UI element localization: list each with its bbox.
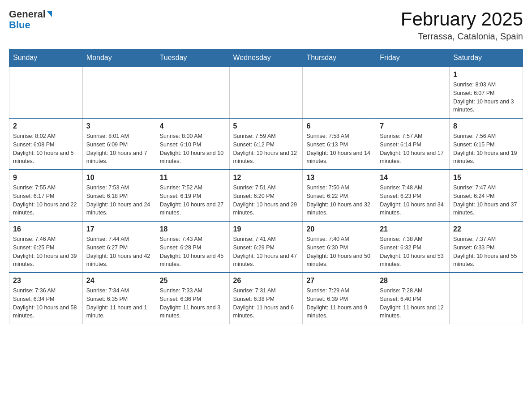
- calendar-cell: 13Sunrise: 7:50 AM Sunset: 6:22 PM Dayli…: [303, 170, 376, 221]
- day-number: 2: [13, 122, 79, 130]
- weekday-header-friday: Friday: [376, 49, 450, 67]
- page-header: General Blue February 2025 Terrassa, Cat…: [9, 9, 523, 42]
- day-info: Sunrise: 7:51 AM Sunset: 6:20 PM Dayligh…: [233, 184, 299, 217]
- day-info: Sunrise: 7:31 AM Sunset: 6:38 PM Dayligh…: [233, 287, 299, 320]
- calendar-cell: [303, 67, 376, 118]
- day-info: Sunrise: 7:29 AM Sunset: 6:39 PM Dayligh…: [306, 287, 372, 320]
- day-number: 5: [233, 122, 299, 130]
- day-info: Sunrise: 7:55 AM Sunset: 6:17 PM Dayligh…: [13, 184, 79, 217]
- day-number: 19: [233, 225, 299, 233]
- calendar-cell: 9Sunrise: 7:55 AM Sunset: 6:17 PM Daylig…: [9, 170, 83, 221]
- calendar-cell: 28Sunrise: 7:28 AM Sunset: 6:40 PM Dayli…: [376, 273, 450, 324]
- calendar-cell: [229, 67, 303, 118]
- day-number: 23: [13, 277, 79, 285]
- day-number: 28: [380, 277, 446, 285]
- day-number: 9: [13, 174, 79, 182]
- logo-blue-text: Blue: [9, 19, 30, 30]
- day-number: 14: [380, 174, 446, 182]
- calendar-cell: 20Sunrise: 7:40 AM Sunset: 6:30 PM Dayli…: [303, 221, 376, 273]
- calendar-cell: 16Sunrise: 7:46 AM Sunset: 6:25 PM Dayli…: [9, 221, 83, 273]
- logo: General Blue: [9, 9, 52, 30]
- logo-arrow-icon: [47, 11, 52, 17]
- day-info: Sunrise: 7:34 AM Sunset: 6:35 PM Dayligh…: [86, 287, 152, 320]
- day-number: 21: [380, 225, 446, 233]
- day-number: 25: [160, 277, 226, 285]
- calendar-cell: 1Sunrise: 8:03 AM Sunset: 6:07 PM Daylig…: [450, 67, 523, 118]
- day-info: Sunrise: 8:02 AM Sunset: 6:08 PM Dayligh…: [13, 132, 79, 166]
- title-block: February 2025 Terrassa, Catalonia, Spain: [401, 9, 523, 42]
- day-number: 24: [86, 277, 152, 285]
- calendar-cell: 27Sunrise: 7:29 AM Sunset: 6:39 PM Dayli…: [303, 273, 376, 324]
- day-info: Sunrise: 7:59 AM Sunset: 6:12 PM Dayligh…: [233, 132, 299, 166]
- weekday-header-row: SundayMondayTuesdayWednesdayThursdayFrid…: [9, 49, 523, 67]
- day-info: Sunrise: 8:03 AM Sunset: 6:07 PM Dayligh…: [453, 81, 519, 114]
- day-number: 7: [380, 122, 446, 130]
- day-number: 13: [306, 174, 372, 182]
- weekday-header-monday: Monday: [82, 49, 156, 67]
- weekday-header-thursday: Thursday: [303, 49, 376, 67]
- day-number: 6: [306, 122, 372, 130]
- day-number: 20: [306, 225, 372, 233]
- day-info: Sunrise: 7:50 AM Sunset: 6:22 PM Dayligh…: [306, 184, 372, 217]
- day-info: Sunrise: 7:40 AM Sunset: 6:30 PM Dayligh…: [306, 235, 372, 269]
- week-row-5: 23Sunrise: 7:36 AM Sunset: 6:34 PM Dayli…: [9, 273, 523, 324]
- calendar-table: SundayMondayTuesdayWednesdayThursdayFrid…: [9, 49, 523, 324]
- calendar-cell: 23Sunrise: 7:36 AM Sunset: 6:34 PM Dayli…: [9, 273, 83, 324]
- calendar-cell: [156, 67, 229, 118]
- day-info: Sunrise: 7:33 AM Sunset: 6:36 PM Dayligh…: [160, 287, 226, 320]
- calendar-cell: 14Sunrise: 7:48 AM Sunset: 6:23 PM Dayli…: [376, 170, 450, 221]
- calendar-cell: 24Sunrise: 7:34 AM Sunset: 6:35 PM Dayli…: [82, 273, 156, 324]
- day-number: 27: [306, 277, 372, 285]
- day-number: 11: [160, 174, 226, 182]
- calendar-cell: 11Sunrise: 7:52 AM Sunset: 6:19 PM Dayli…: [156, 170, 229, 221]
- calendar-cell: 19Sunrise: 7:41 AM Sunset: 6:29 PM Dayli…: [229, 221, 303, 273]
- calendar-cell: 8Sunrise: 7:56 AM Sunset: 6:15 PM Daylig…: [450, 118, 523, 170]
- calendar-cell: 25Sunrise: 7:33 AM Sunset: 6:36 PM Dayli…: [156, 273, 229, 324]
- day-info: Sunrise: 7:52 AM Sunset: 6:19 PM Dayligh…: [160, 184, 226, 217]
- day-number: 3: [86, 122, 152, 130]
- week-row-3: 9Sunrise: 7:55 AM Sunset: 6:17 PM Daylig…: [9, 170, 523, 221]
- day-number: 15: [453, 174, 519, 182]
- weekday-header-saturday: Saturday: [450, 49, 523, 67]
- day-number: 26: [233, 277, 299, 285]
- calendar-cell: 17Sunrise: 7:44 AM Sunset: 6:27 PM Dayli…: [82, 221, 156, 273]
- calendar-cell: 3Sunrise: 8:01 AM Sunset: 6:09 PM Daylig…: [82, 118, 156, 170]
- calendar-cell: 7Sunrise: 7:57 AM Sunset: 6:14 PM Daylig…: [376, 118, 450, 170]
- calendar-cell: 10Sunrise: 7:53 AM Sunset: 6:18 PM Dayli…: [82, 170, 156, 221]
- day-number: 17: [86, 225, 152, 233]
- calendar-cell: 6Sunrise: 7:58 AM Sunset: 6:13 PM Daylig…: [303, 118, 376, 170]
- calendar-cell: [376, 67, 450, 118]
- day-number: 18: [160, 225, 226, 233]
- calendar-cell: 22Sunrise: 7:37 AM Sunset: 6:33 PM Dayli…: [450, 221, 523, 273]
- calendar-cell: 5Sunrise: 7:59 AM Sunset: 6:12 PM Daylig…: [229, 118, 303, 170]
- day-info: Sunrise: 7:44 AM Sunset: 6:27 PM Dayligh…: [86, 235, 152, 269]
- day-info: Sunrise: 8:01 AM Sunset: 6:09 PM Dayligh…: [86, 132, 152, 166]
- day-info: Sunrise: 7:53 AM Sunset: 6:18 PM Dayligh…: [86, 184, 152, 217]
- day-number: 8: [453, 122, 519, 130]
- day-info: Sunrise: 7:58 AM Sunset: 6:13 PM Dayligh…: [306, 132, 372, 166]
- calendar-cell: [9, 67, 83, 118]
- day-number: 12: [233, 174, 299, 182]
- day-info: Sunrise: 7:43 AM Sunset: 6:28 PM Dayligh…: [160, 235, 226, 269]
- day-info: Sunrise: 7:36 AM Sunset: 6:34 PM Dayligh…: [13, 287, 79, 320]
- day-number: 22: [453, 225, 519, 233]
- day-info: Sunrise: 8:00 AM Sunset: 6:10 PM Dayligh…: [160, 132, 226, 166]
- calendar-cell: 4Sunrise: 8:00 AM Sunset: 6:10 PM Daylig…: [156, 118, 229, 170]
- month-title: February 2025: [401, 9, 523, 30]
- weekday-header-tuesday: Tuesday: [156, 49, 229, 67]
- calendar-cell: 18Sunrise: 7:43 AM Sunset: 6:28 PM Dayli…: [156, 221, 229, 273]
- day-info: Sunrise: 7:38 AM Sunset: 6:32 PM Dayligh…: [380, 235, 446, 269]
- calendar-cell: 2Sunrise: 8:02 AM Sunset: 6:08 PM Daylig…: [9, 118, 83, 170]
- calendar-cell: 12Sunrise: 7:51 AM Sunset: 6:20 PM Dayli…: [229, 170, 303, 221]
- calendar-cell: 21Sunrise: 7:38 AM Sunset: 6:32 PM Dayli…: [376, 221, 450, 273]
- day-info: Sunrise: 7:47 AM Sunset: 6:24 PM Dayligh…: [453, 184, 519, 217]
- day-info: Sunrise: 7:56 AM Sunset: 6:15 PM Dayligh…: [453, 132, 519, 166]
- calendar-cell: [82, 67, 156, 118]
- weekday-header-wednesday: Wednesday: [229, 49, 303, 67]
- day-number: 10: [86, 174, 152, 182]
- day-info: Sunrise: 7:46 AM Sunset: 6:25 PM Dayligh…: [13, 235, 79, 269]
- day-number: 1: [453, 71, 519, 79]
- day-info: Sunrise: 7:41 AM Sunset: 6:29 PM Dayligh…: [233, 235, 299, 269]
- calendar-cell: 15Sunrise: 7:47 AM Sunset: 6:24 PM Dayli…: [450, 170, 523, 221]
- week-row-2: 2Sunrise: 8:02 AM Sunset: 6:08 PM Daylig…: [9, 118, 523, 170]
